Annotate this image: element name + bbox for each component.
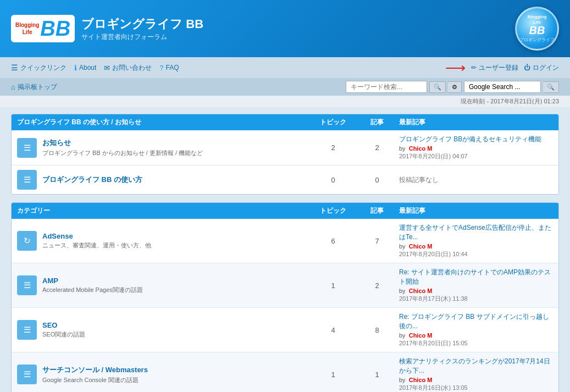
register-link[interactable]: ✏ ユーザー登録	[471, 63, 518, 73]
forum-topics: 1	[311, 281, 355, 290]
forum-icon: ☰	[17, 320, 37, 340]
section1-wrapper: ブロギングライフ BB の使い方 / お知らせ トピック 記事 最新記事 ☰ お…	[11, 114, 559, 195]
site-title-area: ブロギングライフ BB サイト運営者向けフォーラム	[81, 16, 203, 42]
forum-topics: 0	[311, 176, 355, 184]
author-username[interactable]: Chico M	[409, 288, 433, 294]
nav-left: ☰ クイックリンク ℹ About ✉ お問い合わせ ? FAQ	[11, 63, 179, 73]
author-username[interactable]: Chico M	[409, 377, 433, 383]
forum-name[interactable]: AMP	[42, 277, 311, 285]
section2-wrapper: カテゴリー トピック 記事 最新記事 ↻ AdSense ニュース、審査関連、運…	[11, 202, 559, 392]
forum-name[interactable]: サーチコンソール / Webmasters	[42, 365, 311, 375]
forum-articles: 8	[355, 326, 399, 334]
section1-col-latest: 最新記事	[399, 118, 553, 127]
forum-name[interactable]: AdSense	[42, 232, 311, 240]
latest-date: 2017年8月20日(日) 10:44	[399, 250, 553, 258]
latest-author-line: by Chico M	[399, 332, 553, 339]
contact-link[interactable]: ✉ お問い合わせ	[104, 63, 152, 73]
forum-icon: ☰	[17, 275, 37, 295]
section1-header: ブロギングライフ BB の使い方 / お知らせ トピック 記事 最新記事	[12, 114, 558, 130]
forum-info: お知らせ ブロギングライフ BB からのお知らせ / 更新情報 / 機能など	[42, 138, 311, 157]
forum-desc: SEO関連の話題	[42, 330, 311, 339]
timestamp-bar: 現在時刻 - 2017年8月21日(月) 01:23	[0, 96, 570, 107]
site-logo-icon: Blogging Life BB ブロギングライフ	[515, 7, 559, 51]
section2-header: カテゴリー トピック 記事 最新記事	[12, 203, 558, 219]
breadcrumb-bar: ⌂ 掲示板トップ 🔍 ⚙ 🔍	[0, 78, 570, 96]
nav-right: ⟶ ✏ ユーザー登録 ⏻ ログイン	[445, 60, 559, 75]
latest-date: 2017年8月20日(日) 15:05	[399, 339, 553, 347]
icon-bb: BB	[529, 25, 545, 36]
forum-articles: 2	[355, 143, 399, 152]
forum-name[interactable]: ブロギングライフ BB の使い方	[42, 175, 311, 185]
section1-col-article: 記事	[355, 118, 399, 127]
table-row: ☰ お知らせ ブロギングライフ BB からのお知らせ / 更新情報 / 機能など…	[12, 130, 558, 165]
section2-col-topic: トピック	[311, 206, 355, 216]
forum-desc: Google Search Console 関連の話題	[42, 376, 311, 384]
by-label: by	[399, 243, 406, 250]
latest-date: 2017年8月20日(日) 04:07	[399, 152, 553, 161]
keyword-search-button[interactable]: 🔍	[429, 81, 446, 93]
forum-name[interactable]: SEO	[42, 321, 311, 329]
question-icon: ?	[159, 64, 163, 72]
login-link[interactable]: ⏻ ログイン	[524, 63, 559, 73]
breadcrumb: ⌂ 掲示板トップ	[11, 82, 57, 92]
google-search-button[interactable]: 🔍	[543, 81, 559, 93]
latest-author-line: by Chico M	[399, 243, 553, 250]
by-label: by	[399, 288, 406, 294]
main-content: ブロギングライフ BB の使い方 / お知らせ トピック 記事 最新記事 ☰ お…	[0, 107, 570, 392]
latest-title[interactable]: 検索アナリティクスのランキングが2017年7月14日から下...	[399, 357, 553, 376]
forum-latest: ブロギングライフ BBが備えるセキュリティ機能 by Chico M 2017年…	[399, 135, 553, 161]
latest-title[interactable]: ブロギングライフ BBが備えるセキュリティ機能	[399, 135, 553, 144]
site-title: ブロギングライフ BB	[81, 16, 203, 32]
forum-name[interactable]: お知らせ	[42, 138, 311, 148]
google-search-input[interactable]	[464, 81, 541, 93]
timestamp-label: 現在時刻 - 2017年8月21日(月) 01:23	[461, 98, 559, 104]
section2-col-article: 記事	[355, 206, 399, 216]
forum-articles: 0	[355, 176, 399, 184]
latest-author-line: by Chico M	[399, 288, 553, 294]
forum-latest-nopost: 投稿記事なし	[399, 175, 553, 185]
forum-topics: 2	[311, 143, 355, 152]
by-label: by	[399, 145, 406, 152]
forum-info: SEO SEO関連の話題	[42, 321, 311, 339]
forum-desc: ブロギングライフ BB からのお知らせ / 更新情報 / 機能など	[42, 149, 311, 157]
forum-topics: 6	[311, 237, 355, 245]
latest-date: 2017年8月16日(水) 13:05	[399, 384, 553, 392]
forum-info: AMP Accelerated Mobile Pages関連の話題	[42, 277, 311, 294]
faq-link[interactable]: ? FAQ	[159, 64, 179, 72]
forum-desc: ニュース、審査関連、運用・使い方、他	[42, 241, 311, 250]
latest-title[interactable]: 運営する全サイトでAdSense広告配信が停止、またはTe...	[399, 223, 553, 242]
forum-articles: 2	[355, 281, 399, 290]
logo-text: Blogging Life	[15, 21, 39, 36]
search-controls: 🔍 ⚙ 🔍	[346, 81, 559, 93]
latest-title[interactable]: Re: ブロギングライフ BB サブドメインに引っ越し後の...	[399, 312, 553, 331]
about-link[interactable]: ℹ About	[74, 64, 96, 72]
section2-col-latest: 最新記事	[399, 206, 553, 216]
table-row: ☰ サーチコンソール / Webmasters Google Search Co…	[12, 352, 558, 392]
site-header: Blogging Life BB ブロギングライフ BB サイト運営者向けフォー…	[0, 0, 570, 57]
home-icon: ⌂	[11, 83, 15, 91]
mail-icon: ✉	[104, 64, 110, 72]
latest-date: 2017年8月17日(木) 11:38	[399, 295, 553, 303]
keyword-search-input[interactable]	[346, 81, 427, 93]
forum-icon: ↻	[17, 231, 37, 251]
forum-icon: ☰	[17, 170, 37, 190]
forum-icon: ☰	[17, 365, 37, 384]
by-label: by	[399, 377, 406, 383]
author-username[interactable]: Chico M	[409, 332, 433, 339]
menu-icon: ☰	[11, 63, 18, 72]
forum-icon: ☰	[17, 138, 37, 158]
search-settings-button[interactable]: ⚙	[448, 81, 462, 93]
info-icon: ℹ	[74, 64, 77, 72]
logo-area: Blogging Life BB ブロギングライフ BB サイト運営者向けフォー…	[11, 15, 203, 42]
author-username[interactable]: Chico M	[409, 145, 433, 152]
quick-links[interactable]: ☰ クイックリンク	[11, 63, 67, 73]
author-username[interactable]: Chico M	[409, 243, 433, 250]
latest-title[interactable]: Re: サイト運営者向けのサイトでのAMP効果のテスト開始	[399, 268, 553, 286]
table-row: ☰ ブロギングライフ BB の使い方 0 0 投稿記事なし	[12, 165, 558, 194]
logo-box: Blogging Life BB	[11, 15, 75, 42]
breadcrumb-home[interactable]: 掲示板トップ	[18, 82, 57, 92]
forum-latest: 検索アナリティクスのランキングが2017年7月14日から下... by Chic…	[399, 357, 553, 392]
register-icon: ✏	[471, 64, 477, 71]
forum-articles: 7	[355, 237, 399, 245]
forum-articles: 1	[355, 371, 399, 379]
